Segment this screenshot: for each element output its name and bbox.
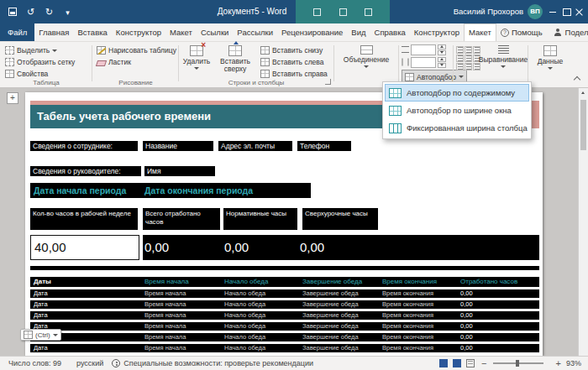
tab-table-layout[interactable]: Макет — [464, 23, 496, 41]
tab-home[interactable]: Главная — [34, 23, 73, 41]
employee-name-header[interactable]: Название — [143, 141, 213, 151]
menu-item-autofit-window[interactable]: Автоподбор по ширине окна — [385, 102, 529, 119]
align-option-icon[interactable] — [456, 63, 464, 70]
row-height-input[interactable] — [411, 44, 436, 55]
accent-square-icon — [339, 8, 347, 16]
column-width-spinner[interactable] — [402, 56, 446, 68]
select-button[interactable]: Выделить — [3, 44, 59, 56]
vertical-scrollbar[interactable] — [578, 88, 588, 356]
employee-email-header[interactable]: Адрес эл. почты — [218, 141, 292, 151]
manager-name-header[interactable]: Имя — [144, 166, 215, 176]
clipboard-icon — [24, 331, 33, 339]
zoom-level[interactable]: 93% — [566, 359, 581, 367]
tab-layout[interactable]: Макет — [165, 23, 197, 41]
zoom-out-button[interactable]: − — [481, 359, 486, 367]
read-mode-icon[interactable] — [439, 359, 448, 367]
web-layout-icon[interactable] — [466, 359, 475, 367]
align-option-icon[interactable] — [456, 55, 464, 62]
print-layout-icon[interactable] — [453, 359, 461, 367]
save-icon[interactable] — [7, 7, 18, 18]
draw-table-button[interactable]: Нарисовать таблицу — [95, 44, 178, 56]
timesheet-row[interactable]: Дата Время начала Начало обеда Завершени… — [30, 311, 539, 320]
tab-view[interactable]: Вид — [347, 23, 370, 41]
group-cell-size: Автоподбор — [400, 42, 453, 87]
share-button[interactable]: Поделиться — [547, 23, 588, 41]
step-down-button[interactable] — [438, 50, 446, 55]
align-option-icon[interactable] — [456, 46, 464, 54]
step-up-button[interactable] — [438, 57, 446, 62]
timesheet-row[interactable]: Дата Время начала Начало обеда Завершени… — [30, 344, 539, 352]
regular-hours-header[interactable]: Нормативные часы — [223, 208, 297, 230]
scrollbar-thumb[interactable] — [580, 100, 586, 150]
insert-above-button[interactable]: Вставить сверху — [215, 44, 255, 80]
menu-item-autofit-contents[interactable]: Автоподбор по содержимому — [385, 84, 529, 102]
tab-mailings[interactable]: Рассылки — [233, 23, 277, 41]
qat-customize-icon[interactable] — [62, 7, 73, 18]
tab-review[interactable]: Рецензирование — [277, 23, 347, 41]
insert-right-button[interactable]: Вставить справа — [259, 68, 329, 80]
paste-options-button[interactable]: (Ctrl) — [20, 329, 61, 341]
period-row[interactable]: Дата начала периода Дата окончания перио… — [30, 183, 311, 198]
undo-icon[interactable] — [25, 7, 36, 18]
manager-info-label[interactable]: Сведения о руководителе: — [30, 166, 141, 176]
merge-button[interactable]: Объединение — [339, 44, 394, 80]
timesheet-row[interactable]: Дата Время начала Начало обеда Завершени… — [30, 289, 539, 298]
cell-start-time: Время начала — [144, 333, 186, 341]
hours-per-week-header[interactable]: Кол-во часов в рабочей неделе — [30, 208, 138, 230]
column-width-input[interactable] — [411, 57, 436, 68]
chevron-down-icon — [501, 65, 506, 68]
tab-insert[interactable]: Вставка — [74, 23, 112, 41]
close-button[interactable] — [574, 0, 585, 23]
align-option-icon[interactable] — [465, 46, 472, 54]
alignment-grid[interactable] — [456, 46, 480, 70]
accessibility-status[interactable]: Специальные возможности: проверьте реком… — [112, 359, 313, 367]
tab-assistance[interactable]: Помощь — [496, 23, 547, 41]
hours-values-row[interactable]: 0,00 0,00 0,00 — [143, 235, 539, 260]
minimize-button[interactable] — [547, 0, 559, 23]
account-name[interactable]: Василий Прохоров — [424, 0, 523, 23]
cell-worked-hours: 0,00 — [460, 322, 473, 331]
avatar[interactable]: ВП — [528, 4, 543, 19]
table-properties-button[interactable]: Свойства — [3, 68, 50, 80]
alignment-button[interactable]: Выравнивание — [480, 44, 527, 80]
redo-icon[interactable] — [44, 7, 55, 18]
table-move-handle[interactable]: + — [7, 92, 18, 104]
menu-item-fixed-column-width[interactable]: Фиксированная ширина столбца — [385, 119, 529, 137]
dialog-launcher-icon[interactable] — [325, 79, 331, 85]
eraser-button[interactable]: Ластик — [95, 56, 133, 68]
zoom-in-button[interactable]: + — [556, 359, 561, 367]
timesheet-row[interactable]: Дата Время начала Начало обеда Завершени… — [30, 333, 539, 341]
collapse-ribbon-icon[interactable] — [574, 76, 581, 82]
hours-per-week-value[interactable]: 40,00 — [30, 235, 139, 260]
timesheet-row[interactable]: Дата Время начала Начало обеда Завершени… — [30, 322, 539, 331]
employee-info-label[interactable]: Сведения о сотруднике: — [30, 141, 138, 151]
delete-button[interactable]: Удалить — [180, 44, 213, 80]
insert-left-button[interactable]: Вставить слева — [259, 56, 325, 68]
align-option-icon[interactable] — [465, 55, 472, 62]
language-indicator[interactable]: русский — [76, 359, 103, 367]
insert-below-button[interactable]: Вставить снизу — [259, 44, 324, 56]
step-down-button[interactable] — [438, 63, 446, 68]
scroll-up-icon[interactable] — [581, 91, 585, 94]
tab-design[interactable]: Конструктор — [112, 23, 165, 41]
zoom-slider-thumb[interactable] — [516, 360, 519, 367]
view-gridlines-button[interactable]: Отобразить сетку — [3, 56, 76, 68]
tab-table-design[interactable]: Конструктор — [410, 23, 464, 41]
employee-phone-header[interactable]: Телефон — [297, 141, 351, 151]
cell-worked-hours: 0,00 — [460, 333, 473, 341]
data-button[interactable]: Данные — [531, 44, 570, 80]
maximize-button[interactable] — [560, 0, 572, 23]
timesheet-row[interactable]: Дата Время начала Начало обеда Завершени… — [30, 300, 539, 309]
align-option-icon[interactable] — [465, 63, 472, 70]
autofit-label: Автоподбор — [417, 73, 456, 81]
zoom-slider[interactable] — [493, 362, 543, 364]
tab-file[interactable]: Файл — [0, 23, 34, 41]
tab-help[interactable]: Справка — [370, 23, 410, 41]
word-count[interactable]: Число слов: 99 — [8, 359, 61, 367]
tab-references[interactable]: Ссылки — [197, 23, 233, 41]
overtime-hours-header[interactable]: Сверхурочные часы — [302, 208, 378, 230]
row-height-spinner[interactable] — [402, 44, 446, 55]
total-hours-header[interactable]: Всего отработано часов — [143, 208, 220, 230]
step-up-button[interactable] — [438, 44, 446, 50]
timesheet-header-row[interactable]: Даты Время начала Начало обеда Завершени… — [30, 277, 539, 287]
